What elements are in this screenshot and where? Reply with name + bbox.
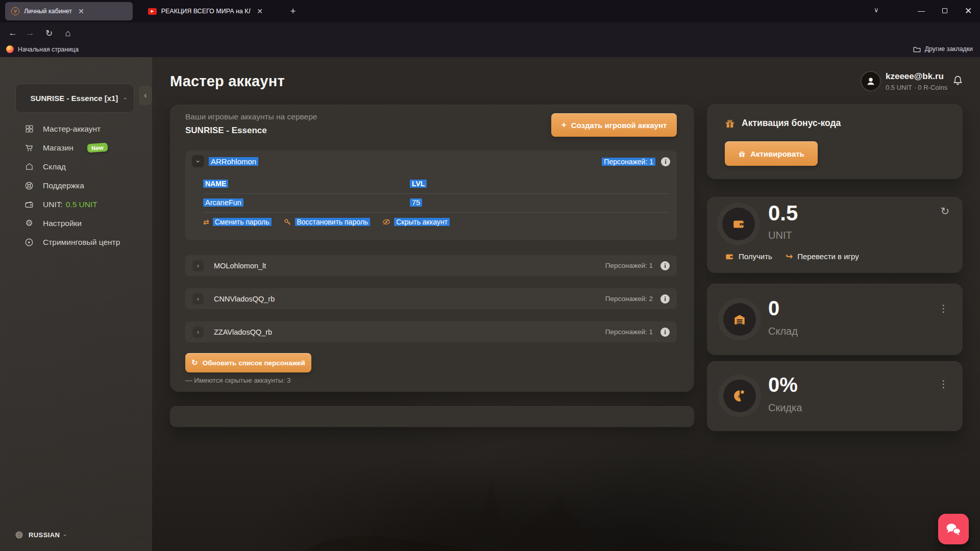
unit-balance-value: 0.5 UNIT bbox=[66, 200, 97, 209]
refresh-balance-icon[interactable]: ↻ bbox=[940, 205, 949, 217]
chat-button[interactable] bbox=[938, 514, 969, 544]
sidebar-item-shop[interactable]: Магазин New bbox=[0, 138, 152, 157]
sidebar-item-settings[interactable]: ⚙ Настройки bbox=[0, 214, 152, 233]
expand-account-button[interactable]: › bbox=[192, 293, 204, 305]
notifications-bell-icon[interactable] bbox=[952, 75, 963, 86]
chevron-down-icon: › bbox=[62, 534, 68, 536]
kebab-menu-icon[interactable]: ⋮ bbox=[939, 382, 948, 386]
character-level: 75 bbox=[410, 198, 422, 207]
grid-icon bbox=[24, 124, 34, 133]
storage-label: Склад bbox=[768, 325, 798, 337]
bonus-title: Активация бонус-кода bbox=[742, 118, 841, 129]
sidebar-item-streaming[interactable]: Стриминговый центр bbox=[0, 233, 152, 252]
list-tabs-icon[interactable]: ∨ bbox=[874, 6, 879, 14]
chevron-down-icon: › bbox=[122, 97, 129, 99]
character-name: ArcaneFun bbox=[203, 198, 243, 207]
expand-account-button[interactable]: › bbox=[192, 260, 204, 271]
account-name: ZZAVladosQQ_rb bbox=[214, 328, 272, 336]
sidebar-item-storage[interactable]: Склад bbox=[0, 157, 152, 176]
tab-youtube[interactable]: ▶ РЕАКЦИЯ ВСЕГО МИРА на КЛ ✕ bbox=[142, 2, 270, 20]
account-row[interactable]: › MOLohlomon_lt Персонажей: 1 i bbox=[185, 255, 677, 276]
gift-icon bbox=[725, 118, 735, 129]
tab-close-icon[interactable]: ✕ bbox=[77, 7, 86, 15]
tab-close-icon[interactable]: ✕ bbox=[255, 7, 264, 15]
tab-title: Личный кабинет bbox=[24, 8, 72, 15]
plus-icon: + bbox=[561, 120, 567, 130]
back-button[interactable]: ← bbox=[6, 27, 19, 40]
bonus-code-card: Активация бонус-кода Активировать bbox=[707, 104, 963, 179]
info-icon[interactable]: i bbox=[660, 261, 670, 270]
create-account-button[interactable]: + Создать игровой аккаунт bbox=[551, 113, 677, 137]
account-row[interactable]: › ZZAVladosQQ_rb Персонажей: 1 i bbox=[185, 321, 677, 342]
reload-button[interactable]: ↻ bbox=[42, 27, 56, 40]
box-icon bbox=[24, 162, 34, 171]
user-avatar[interactable] bbox=[861, 71, 881, 91]
refresh-characters-button[interactable]: ↻ Обновить список персонажей bbox=[185, 353, 311, 372]
account-expanded-panel: › ARRohlomon Персонажей: 1 i NAME LVL Ar… bbox=[185, 151, 677, 240]
server-selector[interactable]: SUNRISE - Essence [x1] › bbox=[15, 84, 134, 113]
discount-value: 0% bbox=[768, 373, 798, 396]
wallet-badge-icon bbox=[722, 208, 755, 240]
coins-icon bbox=[23, 93, 24, 103]
collapse-account-button[interactable]: › bbox=[192, 155, 204, 167]
sidebar-collapse-button[interactable]: ‹ bbox=[139, 86, 152, 105]
account-row[interactable]: › CNNVladosQQ_rb Персонажей: 2 i bbox=[185, 288, 677, 309]
activate-bonus-button[interactable]: Активировать bbox=[725, 141, 818, 166]
account-name: MOLohlomon_lt bbox=[214, 262, 266, 270]
new-tab-button[interactable]: + bbox=[286, 4, 300, 18]
window-close-button[interactable]: ✕ bbox=[957, 0, 980, 21]
new-badge: New bbox=[87, 143, 108, 153]
svg-text:%: % bbox=[738, 394, 742, 399]
info-icon[interactable]: i bbox=[660, 328, 670, 337]
page-title: Мастер аккаунт bbox=[170, 73, 285, 90]
cart-icon bbox=[24, 143, 34, 153]
window-minimize-button[interactable]: — bbox=[910, 0, 933, 21]
unit-label: UNIT bbox=[768, 230, 792, 241]
characters-count: Персонажей: 1 bbox=[605, 262, 653, 269]
transfer-to-game-link[interactable]: ↪ Перевести в игру bbox=[786, 251, 859, 262]
bookmarks-bar: Начальная страница Другие закладки bbox=[0, 43, 980, 57]
discount-badge-icon: % bbox=[723, 380, 756, 412]
divider bbox=[203, 212, 669, 213]
tab-active[interactable]: V Личный кабинет ✕ bbox=[5, 2, 133, 20]
info-icon[interactable]: i bbox=[661, 157, 670, 166]
hide-account-link[interactable]: Скрыть аккаунт bbox=[382, 218, 450, 226]
sidebar-item-support[interactable]: Поддержка bbox=[0, 176, 152, 195]
unit-value: 0.5 bbox=[768, 201, 798, 226]
accounts-card: Ваши игровые аккаунты на сервере SUNRISE… bbox=[170, 105, 694, 392]
restore-password-link[interactable]: Восстановить пароль bbox=[284, 218, 371, 226]
other-bookmarks[interactable]: Другие закладки bbox=[913, 45, 973, 53]
browser-nav-bar: ← → ↻ ⌂ https://валентина.com/ru/panel ☆… bbox=[0, 22, 980, 43]
sidebar-item-unit-balance[interactable]: UNIT: 0.5 UNIT bbox=[0, 195, 152, 214]
forward-button[interactable]: → bbox=[23, 27, 37, 40]
refresh-icon: ↻ bbox=[191, 358, 198, 367]
user-balance: 0.5 UNIT · 0 R-Coins bbox=[886, 84, 947, 91]
storage-value: 0 bbox=[768, 297, 779, 320]
storage-card: 0 Склад ⋮ bbox=[707, 284, 963, 355]
column-header-name: NAME bbox=[203, 180, 228, 188]
site-favicon-icon: V bbox=[11, 7, 19, 15]
window-restore-button[interactable] bbox=[933, 0, 957, 21]
expand-account-button[interactable]: › bbox=[192, 327, 204, 338]
home-button[interactable]: ⌂ bbox=[61, 27, 75, 40]
discount-card: % 0% Скидка ⋮ bbox=[707, 361, 963, 431]
user-email[interactable]: kzeeee@bk.ru bbox=[886, 71, 944, 82]
change-password-link[interactable]: ⇄ Сменить пароль bbox=[203, 218, 272, 226]
bookmark-home[interactable]: Начальная страница bbox=[6, 45, 79, 53]
characters-count: Персонажей: 2 bbox=[605, 295, 653, 303]
key-icon bbox=[284, 218, 291, 226]
wallet-icon bbox=[24, 200, 34, 209]
language-selector[interactable]: RUSSIAN › bbox=[14, 530, 66, 540]
background-artwork bbox=[152, 418, 980, 551]
folder-icon bbox=[913, 46, 921, 53]
divider bbox=[203, 193, 669, 194]
kebab-menu-icon[interactable]: ⋮ bbox=[939, 306, 948, 311]
sidebar-item-master-account[interactable]: Мастер-аккаунт bbox=[0, 119, 152, 138]
wallet-icon bbox=[725, 252, 734, 261]
top-up-link[interactable]: Получить bbox=[725, 252, 772, 261]
browser-tab-bar: V Личный кабинет ✕ ▶ РЕАКЦИЯ ВСЕГО МИРА … bbox=[0, 0, 980, 22]
info-icon[interactable]: i bbox=[660, 294, 670, 304]
account-name[interactable]: ARRohlomon bbox=[209, 157, 258, 166]
empty-panel bbox=[170, 406, 694, 427]
play-circle-icon bbox=[24, 238, 34, 247]
